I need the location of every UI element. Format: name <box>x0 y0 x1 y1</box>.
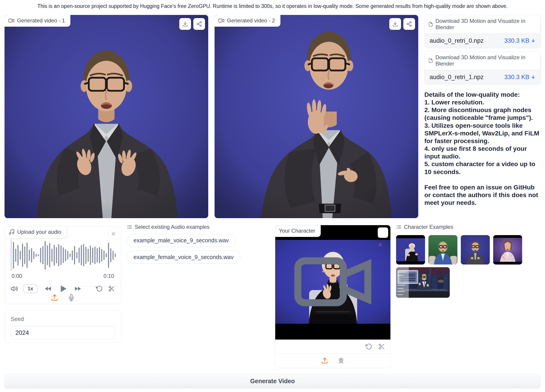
webcam-icon <box>338 357 345 364</box>
character-trim-button[interactable] <box>378 343 385 350</box>
video-1-download-button[interactable] <box>179 18 191 30</box>
waveform-bar <box>69 253 71 257</box>
video-1-actions <box>179 18 205 30</box>
file-download-link-2[interactable]: 330.3 KB <box>504 74 536 81</box>
character-undo-button[interactable] <box>365 343 372 350</box>
waveform-playhead[interactable] <box>11 239 12 271</box>
waveform-bar <box>112 251 114 260</box>
seed-label: Seed <box>11 316 115 322</box>
waveform-bar <box>79 247 80 263</box>
character-examples-label: Character Examples <box>404 224 453 230</box>
motion-download-label-text-2: Download 3D Motion and Visualize in Blen… <box>435 54 536 67</box>
waveform-bar <box>83 244 84 266</box>
motion-download-label-1: Download 3D Motion and Visualize in Blen… <box>425 15 541 34</box>
waveform-bar <box>45 241 46 270</box>
details-line: Details of the low-quality mode: <box>424 91 541 99</box>
character-example-3-image <box>461 235 490 265</box>
audio-example-female[interactable]: example_female_voice_9_seconds.wav <box>127 251 240 264</box>
file-icon <box>428 58 433 63</box>
motion-download-box-2: Download 3D Motion and Visualize in Blen… <box>424 51 541 84</box>
character-example-2[interactable] <box>428 235 458 265</box>
top-banner-text: This is an open-source project supported… <box>0 3 545 9</box>
video-2-actions <box>389 18 415 30</box>
generate-video-button[interactable]: Generate Video <box>5 374 540 388</box>
character-example-5[interactable] <box>396 267 450 298</box>
play-icon <box>58 283 68 294</box>
details-line: 4. only use first 8 seconds of your inpu… <box>424 145 541 160</box>
waveform-bar <box>92 247 93 263</box>
your-character-video[interactable]: Your Character <box>275 225 390 340</box>
file-name-1: audio_0_retri_0.npz <box>430 37 484 44</box>
waveform-bar <box>103 250 105 260</box>
waveform-bar <box>47 245 48 265</box>
character-close-button[interactable] <box>378 227 388 238</box>
waveform-bar <box>40 248 41 263</box>
waveform-bar <box>33 251 34 259</box>
list-icon <box>396 224 402 230</box>
character-example-4-image <box>493 235 522 265</box>
file-size-text-2: 330.3 KB <box>504 74 529 81</box>
waveform-bar <box>58 244 59 266</box>
waveform-bar <box>101 249 102 262</box>
list-icon <box>127 224 132 230</box>
waveform-bar <box>74 246 75 265</box>
character-webcam-button[interactable] <box>338 357 345 364</box>
download-icon <box>392 21 398 27</box>
audio-controls: 1x <box>11 282 115 295</box>
video-2-share-button[interactable] <box>403 18 415 30</box>
waveform-bar <box>36 254 37 257</box>
character-examples-section: Character Examples <box>396 224 543 298</box>
waveform-bar <box>67 251 68 259</box>
share-icon <box>196 21 202 27</box>
audio-waveform[interactable] <box>11 239 115 271</box>
waveform-bar <box>99 247 100 263</box>
character-example-5-image <box>396 267 450 298</box>
motion-download-label-2: Download 3D Motion and Visualize in Blen… <box>425 52 541 70</box>
upload-audio-badge: Upload your audio <box>5 226 67 238</box>
video-2-download-button[interactable] <box>389 18 401 30</box>
upload-audio-button[interactable] <box>51 294 58 301</box>
file-row: audio_0_retri_1.npz 330.3 KB <box>425 70 541 84</box>
waveform-bar <box>31 248 32 262</box>
play-button[interactable] <box>58 283 68 294</box>
waveform-bar <box>87 249 89 262</box>
details-line: Feel free to open an issue on GitHub or … <box>424 184 541 207</box>
volume-button[interactable] <box>11 285 18 293</box>
download-icon <box>182 21 188 27</box>
waveform-bar <box>24 247 25 264</box>
waveform-bar <box>63 247 64 263</box>
details-line <box>424 176 541 184</box>
time-elapsed: 0:00 <box>12 273 22 279</box>
generated-video-1-panel[interactable]: Generated video - 1 <box>5 15 208 218</box>
file-row: audio_0_retri_0.npz 330.3 KB <box>425 34 541 48</box>
character-example-4[interactable] <box>493 235 522 265</box>
audio-examples-label: Select existing Audio examples <box>135 224 210 230</box>
rewind-button[interactable] <box>45 285 52 292</box>
download-arrow-icon <box>531 38 536 43</box>
character-example-1[interactable] <box>396 235 425 265</box>
motion-download-label-text-1: Download 3D Motion and Visualize in Blen… <box>435 18 536 30</box>
details-line: 3. Utilizes open-source tools like SMPLe… <box>424 122 541 145</box>
playback-speed-button[interactable]: 1x <box>23 284 37 293</box>
character-example-3[interactable] <box>461 235 490 265</box>
file-icon <box>428 21 433 27</box>
your-character-panel: Your Character <box>275 225 391 368</box>
rewind-icon <box>45 285 52 292</box>
file-name-2: audio_0_retri_1.npz <box>430 74 484 81</box>
video-camera-icon <box>218 18 224 24</box>
record-audio-button[interactable] <box>68 294 75 301</box>
waveform-bar <box>26 243 28 268</box>
file-download-link-1[interactable]: 330.3 KB <box>504 37 536 44</box>
fast-forward-button[interactable] <box>74 285 81 292</box>
generated-video-2-panel[interactable]: Generated video - 2 <box>215 15 418 218</box>
character-example-2-image <box>428 235 458 265</box>
waveform-bar <box>85 247 87 264</box>
scissors-icon <box>378 343 385 350</box>
seed-input[interactable] <box>11 326 115 340</box>
audio-close-button[interactable] <box>108 229 119 239</box>
video-1-share-button[interactable] <box>193 18 205 30</box>
waveform-bar <box>38 254 39 256</box>
character-upload-button[interactable] <box>321 357 328 364</box>
file-size-text-1: 330.3 KB <box>504 37 529 44</box>
audio-example-male[interactable]: example_male_voice_9_seconds.wav <box>127 234 235 247</box>
